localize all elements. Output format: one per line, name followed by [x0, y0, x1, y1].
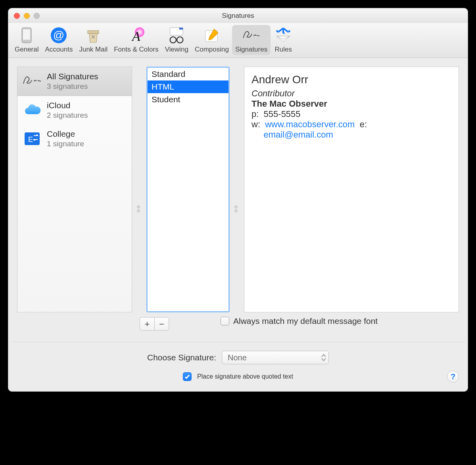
- tab-rules[interactable]: Rules: [271, 25, 296, 55]
- signatures-list: Standard HTML Student: [146, 67, 230, 312]
- window-title: Signatures: [222, 12, 254, 20]
- match-font-row: Always match my default message font: [221, 316, 378, 326]
- signature-preview[interactable]: Andrew Orr Contributor The Mac Observer …: [244, 67, 459, 312]
- help-button[interactable]: ?: [447, 371, 459, 383]
- svg-rect-4: [88, 31, 99, 34]
- tab-viewing[interactable]: Viewing: [162, 25, 192, 55]
- sig-email-link[interactable]: email@email.com: [264, 130, 333, 140]
- remove-signature-button[interactable]: −: [154, 318, 169, 331]
- zoom-icon: [34, 13, 40, 19]
- tab-viewing-label: Viewing: [165, 46, 188, 54]
- tab-signatures-label: Signatures: [235, 46, 267, 54]
- cloud-icon: [21, 100, 43, 121]
- chevron-updown-icon: [321, 354, 326, 361]
- tab-composing-label: Composing: [195, 46, 229, 54]
- titlebar: Signatures: [8, 8, 468, 23]
- place-above-checkbox[interactable]: [183, 372, 192, 381]
- svg-point-10: [170, 37, 176, 43]
- account-row-college[interactable]: E College 1 signature: [17, 124, 132, 153]
- svg-text:E: E: [28, 136, 33, 144]
- place-above-label: Place signature above quoted text: [197, 373, 293, 380]
- glasses-icon: [167, 26, 186, 45]
- exchange-icon: E: [21, 128, 43, 149]
- footer: Choose Signature: None Place signature a…: [8, 342, 468, 391]
- svg-text:@: @: [53, 29, 64, 41]
- tab-fonts-colors[interactable]: A Fonts & Colors: [111, 25, 161, 55]
- match-font-checkbox[interactable]: [221, 317, 229, 325]
- at-icon: @: [49, 26, 68, 45]
- svg-text:✕: ✕: [91, 34, 96, 40]
- resize-handle-icon[interactable]: [234, 205, 240, 212]
- tab-junk-mail[interactable]: ✕ Junk Mail: [76, 25, 111, 55]
- account-subtitle: 1 signature: [47, 139, 84, 149]
- sig-org: The Mac Observer: [251, 99, 451, 109]
- trash-icon: ✕: [84, 26, 103, 45]
- sig-phone: p: 555-5555: [251, 109, 451, 119]
- svg-rect-1: [23, 29, 30, 40]
- choose-signature-value: None: [228, 353, 247, 362]
- signature-icon: [242, 26, 261, 45]
- svg-text:A: A: [131, 29, 140, 44]
- svg-rect-9: [179, 28, 183, 30]
- match-font-label: Always match my default message font: [233, 316, 378, 326]
- resize-handle-icon[interactable]: [137, 205, 142, 212]
- account-title: iCloud: [47, 100, 88, 111]
- sig-web-link[interactable]: www.macobserver.com: [265, 119, 355, 129]
- signature-item-html[interactable]: HTML: [148, 80, 228, 93]
- place-above-row: Place signature above quoted text: [19, 372, 457, 381]
- sig-email: email@email.com: [251, 130, 451, 140]
- choose-signature-row: Choose Signature: None: [19, 351, 457, 364]
- tab-fontscolors-label: Fonts & Colors: [114, 46, 158, 54]
- pencil-icon: [202, 26, 221, 45]
- signature-item-student[interactable]: Student: [148, 93, 228, 106]
- tab-composing[interactable]: Composing: [192, 25, 232, 55]
- tab-rules-label: Rules: [274, 46, 292, 54]
- account-subtitle: 2 signatures: [47, 111, 88, 120]
- rules-icon: [274, 26, 293, 45]
- tab-accounts-label: Accounts: [45, 46, 73, 54]
- account-row-icloud[interactable]: iCloud 2 signatures: [17, 96, 132, 124]
- preferences-toolbar: General @ Accounts ✕ Junk Mail A Fonts &: [8, 23, 468, 58]
- traffic-lights: [14, 13, 40, 19]
- sig-web: w: www.macobserver.com e:: [251, 119, 451, 130]
- tab-accounts[interactable]: @ Accounts: [42, 25, 76, 55]
- account-title: All Signatures: [47, 71, 98, 82]
- choose-signature-select[interactable]: None: [222, 351, 329, 364]
- fonts-colors-icon: A: [127, 26, 146, 45]
- add-remove-group: + −: [140, 317, 169, 331]
- preferences-window: Signatures General @ Accounts ✕ Junk Mai…: [8, 8, 468, 392]
- account-title: College: [47, 129, 84, 139]
- signature-item-standard[interactable]: Standard: [148, 68, 228, 80]
- sig-name: Andrew Orr: [251, 73, 451, 86]
- tab-general[interactable]: General: [12, 25, 42, 55]
- phone-icon: [17, 26, 36, 45]
- account-row-all[interactable]: All Signatures 3 signatures: [17, 67, 132, 96]
- tab-signatures[interactable]: Signatures: [232, 25, 271, 55]
- accounts-pane: All Signatures 3 signatures iCloud 2 sig…: [17, 67, 132, 312]
- tab-general-label: General: [15, 46, 38, 54]
- sig-icon: [21, 71, 43, 92]
- signatures-content: All Signatures 3 signatures iCloud 2 sig…: [8, 58, 468, 317]
- account-subtitle: 3 signatures: [47, 82, 98, 91]
- minimize-icon[interactable]: [24, 13, 30, 19]
- close-icon[interactable]: [14, 13, 20, 19]
- sig-role: Contributor: [251, 88, 451, 99]
- add-signature-button[interactable]: +: [140, 318, 154, 331]
- tab-junkmail-label: Junk Mail: [79, 46, 107, 54]
- below-row: + − Always match my default message font: [8, 317, 468, 331]
- choose-signature-label: Choose Signature:: [147, 353, 216, 362]
- svg-point-11: [177, 37, 183, 43]
